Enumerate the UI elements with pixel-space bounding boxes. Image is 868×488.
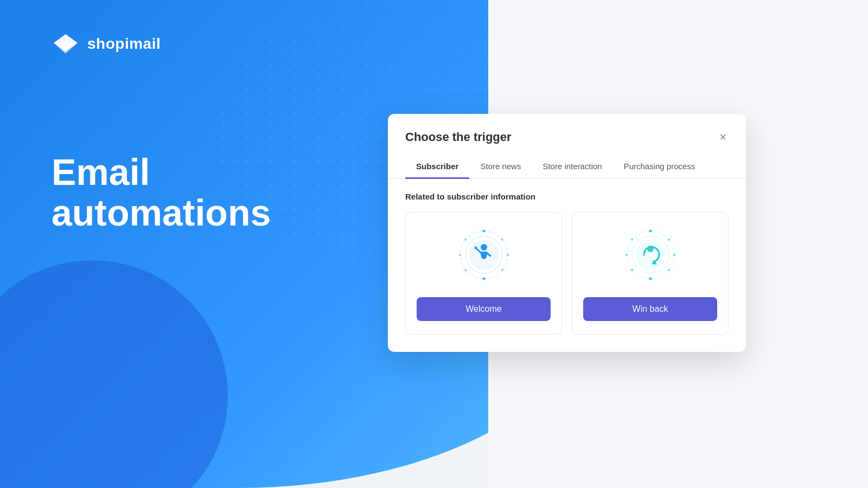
svg-point-22 bbox=[668, 239, 670, 241]
hero-line1: Email bbox=[52, 152, 271, 192]
svg-point-27 bbox=[626, 254, 628, 256]
win-back-icon-area bbox=[623, 228, 678, 282]
cards-row: Welcome bbox=[405, 212, 729, 335]
svg-point-16 bbox=[474, 247, 477, 249]
svg-point-9 bbox=[501, 269, 503, 271]
tab-bar: Subscriber Store news Store interaction … bbox=[388, 145, 746, 179]
hero-text: Email automations bbox=[52, 152, 271, 233]
tab-store-news[interactable]: Store news bbox=[469, 156, 532, 178]
svg-point-25 bbox=[649, 278, 652, 280]
svg-point-11 bbox=[464, 269, 467, 271]
brand-name: shopimail bbox=[87, 35, 161, 53]
svg-point-21 bbox=[649, 230, 652, 233]
modal-body: Related to subscriber information bbox=[388, 179, 746, 352]
welcome-card[interactable]: Welcome bbox=[405, 212, 562, 335]
welcome-icon-area bbox=[457, 228, 511, 282]
svg-marker-1 bbox=[66, 42, 78, 54]
svg-point-24 bbox=[668, 269, 670, 271]
svg-marker-2 bbox=[54, 42, 66, 54]
win-back-card[interactable]: Win back bbox=[572, 212, 729, 335]
svg-point-14 bbox=[481, 244, 487, 251]
logo-area: shopimail bbox=[52, 30, 161, 58]
modal-header: Choose the trigger × bbox=[388, 114, 746, 145]
trigger-modal: Choose the trigger × Subscriber Store ne… bbox=[388, 114, 746, 352]
tab-store-interaction[interactable]: Store interaction bbox=[532, 156, 612, 178]
win-back-icon-svg bbox=[623, 228, 678, 282]
svg-point-20 bbox=[635, 240, 666, 270]
svg-point-8 bbox=[507, 254, 509, 256]
close-button[interactable]: × bbox=[717, 129, 729, 145]
svg-point-26 bbox=[631, 269, 633, 271]
welcome-icon-svg bbox=[457, 228, 511, 282]
shopimail-logo-icon bbox=[52, 30, 80, 58]
svg-point-28 bbox=[631, 239, 633, 241]
svg-point-12 bbox=[459, 254, 461, 256]
svg-point-13 bbox=[464, 239, 467, 241]
modal-title: Choose the trigger bbox=[405, 130, 512, 144]
tab-purchasing-process[interactable]: Purchasing process bbox=[613, 156, 706, 178]
hero-line2: automations bbox=[52, 192, 271, 233]
svg-point-6 bbox=[482, 230, 485, 233]
svg-point-10 bbox=[482, 278, 485, 280]
section-title: Related to subscriber information bbox=[405, 192, 729, 201]
win-back-button[interactable]: Win back bbox=[583, 297, 717, 321]
welcome-button[interactable]: Welcome bbox=[417, 297, 551, 321]
svg-point-23 bbox=[673, 254, 675, 256]
tab-subscriber[interactable]: Subscriber bbox=[405, 156, 469, 178]
svg-point-7 bbox=[501, 239, 503, 241]
